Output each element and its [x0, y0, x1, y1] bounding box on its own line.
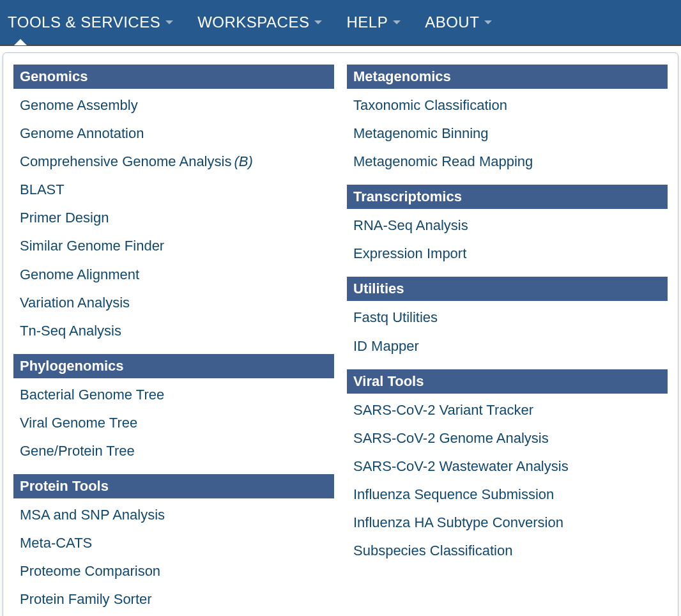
tools-services-menu: GenomicsGenome AssemblyGenome Annotation… — [3, 52, 678, 616]
menu-link-meta-cats[interactable]: Meta-CATS — [13, 529, 334, 557]
nav-item-label: ABOUT — [425, 13, 479, 31]
section-header-protein-tools: Protein Tools — [13, 474, 334, 498]
menu-link-suffix: (B) — [234, 153, 252, 169]
menu-link-label: Genome Annotation — [20, 125, 144, 141]
menu-link-label: Genome Alignment — [20, 266, 139, 282]
menu-link-genome-alignment[interactable]: Genome Alignment — [13, 261, 334, 289]
menu-link-label: Viral Genome Tree — [20, 415, 137, 431]
menu-link-expression-import[interactable]: Expression Import — [347, 240, 668, 268]
menu-link-label: Genome Assembly — [20, 97, 138, 113]
menu-link-metagenomic-read-mapping[interactable]: Metagenomic Read Mapping — [347, 148, 668, 176]
menu-link-label: Variation Analysis — [20, 295, 130, 311]
menu-link-label: Comprehensive Genome Analysis — [20, 153, 231, 169]
menu-link-influenza-ha-subtype-conversion[interactable]: Influenza HA Subtype Conversion — [347, 509, 668, 537]
menu-link-label: Influenza HA Subtype Conversion — [353, 514, 563, 530]
menu-link-comparative-systems[interactable]: Comparative Systems — [13, 614, 334, 617]
section-gap — [347, 176, 668, 185]
menu-link-label: Primer Design — [20, 210, 109, 226]
menu-link-id-mapper[interactable]: ID Mapper — [347, 332, 668, 360]
menu-link-influenza-sequence-submission[interactable]: Influenza Sequence Submission — [347, 481, 668, 509]
menu-link-protein-family-sorter[interactable]: Protein Family Sorter — [13, 585, 334, 613]
menu-link-gene-protein-tree[interactable]: Gene/Protein Tree — [13, 437, 334, 465]
nav-item-label: WORKSPACES — [197, 13, 309, 31]
menu-link-bacterial-genome-tree[interactable]: Bacterial Genome Tree — [13, 381, 334, 409]
menu-link-sars-cov-2-variant-tracker[interactable]: SARS-CoV-2 Variant Tracker — [347, 396, 668, 424]
menu-link-label: Expression Import — [353, 245, 466, 261]
menu-link-genome-assembly[interactable]: Genome Assembly — [13, 91, 334, 119]
menu-link-label: Metagenomic Binning — [353, 125, 489, 141]
section-gap — [347, 360, 668, 369]
menu-link-label: SARS-CoV-2 Genome Analysis — [353, 430, 549, 446]
main-navbar: TOOLS & SERVICESWORKSPACESHELPABOUT — [0, 0, 681, 46]
section-gap — [13, 345, 334, 354]
menu-link-label: Metagenomic Read Mapping — [353, 153, 533, 169]
menu-link-label: SARS-CoV-2 Variant Tracker — [353, 402, 533, 418]
menu-link-taxonomic-classification[interactable]: Taxonomic Classification — [347, 91, 668, 119]
nav-item-tools-services[interactable]: TOOLS & SERVICES — [3, 13, 185, 31]
menu-link-label: Taxonomic Classification — [353, 97, 507, 113]
menu-link-similar-genome-finder[interactable]: Similar Genome Finder — [13, 232, 334, 260]
menu-link-label: Subspecies Classification — [353, 543, 512, 558]
menu-link-label: Fastq Utilities — [353, 309, 438, 325]
menu-link-label: SARS-CoV-2 Wastewater Analysis — [353, 458, 569, 474]
section-header-phylogenomics: Phylogenomics — [13, 354, 334, 378]
menu-link-metagenomic-binning[interactable]: Metagenomic Binning — [347, 119, 668, 148]
section-header-utilities: Utilities — [347, 277, 668, 301]
menu-column-left: GenomicsGenome AssemblyGenome Annotation… — [7, 65, 340, 616]
menu-link-label: MSA and SNP Analysis — [20, 507, 165, 523]
menu-link-viral-genome-tree[interactable]: Viral Genome Tree — [13, 409, 334, 437]
menu-link-variation-analysis[interactable]: Variation Analysis — [13, 289, 334, 317]
chevron-down-icon — [165, 20, 173, 24]
menu-link-label: Influenza Sequence Submission — [353, 486, 554, 502]
menu-link-label: Meta-CATS — [20, 535, 92, 551]
menu-link-tn-seq-analysis[interactable]: Tn-Seq Analysis — [13, 317, 334, 345]
chevron-down-icon — [484, 20, 492, 24]
menu-link-label: RNA-Seq Analysis — [353, 217, 468, 233]
menu-link-sars-cov-2-genome-analysis[interactable]: SARS-CoV-2 Genome Analysis — [347, 424, 668, 452]
menu-link-msa-and-snp-analysis[interactable]: MSA and SNP Analysis — [13, 501, 334, 529]
section-gap — [13, 465, 334, 474]
nav-item-workspaces[interactable]: WORKSPACES — [192, 13, 333, 31]
menu-link-fastq-utilities[interactable]: Fastq Utilities — [347, 304, 668, 332]
menu-link-genome-annotation[interactable]: Genome Annotation — [13, 119, 334, 148]
menu-link-label: Proteome Comparison — [20, 563, 160, 579]
menu-link-blast[interactable]: BLAST — [13, 176, 334, 204]
menu-link-rna-seq-analysis[interactable]: RNA-Seq Analysis — [347, 212, 668, 240]
menu-link-proteome-comparison[interactable]: Proteome Comparison — [13, 557, 334, 585]
nav-item-about[interactable]: ABOUT — [420, 13, 503, 31]
section-header-genomics: Genomics — [13, 65, 334, 89]
menu-link-label: Protein Family Sorter — [20, 591, 152, 607]
menu-link-comprehensive-genome-analysis[interactable]: Comprehensive Genome Analysis(B) — [13, 148, 334, 176]
nav-item-help[interactable]: HELP — [341, 13, 412, 31]
section-gap — [347, 268, 668, 277]
section-header-viral-tools: Viral Tools — [347, 369, 668, 394]
menu-link-label: Bacterial Genome Tree — [20, 387, 164, 403]
menu-link-label: Similar Genome Finder — [20, 238, 164, 254]
menu-link-subspecies-classification[interactable]: Subspecies Classification — [347, 537, 668, 565]
nav-item-label: HELP — [346, 13, 388, 31]
section-header-transcriptomics: Transcriptomics — [347, 185, 668, 209]
menu-link-sars-cov-2-wastewater-analysis[interactable]: SARS-CoV-2 Wastewater Analysis — [347, 452, 668, 481]
nav-item-label: TOOLS & SERVICES — [8, 13, 160, 31]
chevron-down-icon — [393, 20, 401, 24]
menu-column-right: MetagenomicsTaxonomic ClassificationMeta… — [340, 65, 674, 616]
section-header-metagenomics: Metagenomics — [347, 65, 668, 89]
menu-link-primer-design[interactable]: Primer Design — [13, 204, 334, 232]
menu-link-label: Tn-Seq Analysis — [20, 323, 121, 339]
menu-link-label: ID Mapper — [353, 338, 419, 354]
chevron-down-icon — [314, 20, 322, 24]
menu-link-label: BLAST — [20, 181, 65, 197]
menu-link-label: Gene/Protein Tree — [20, 443, 135, 459]
